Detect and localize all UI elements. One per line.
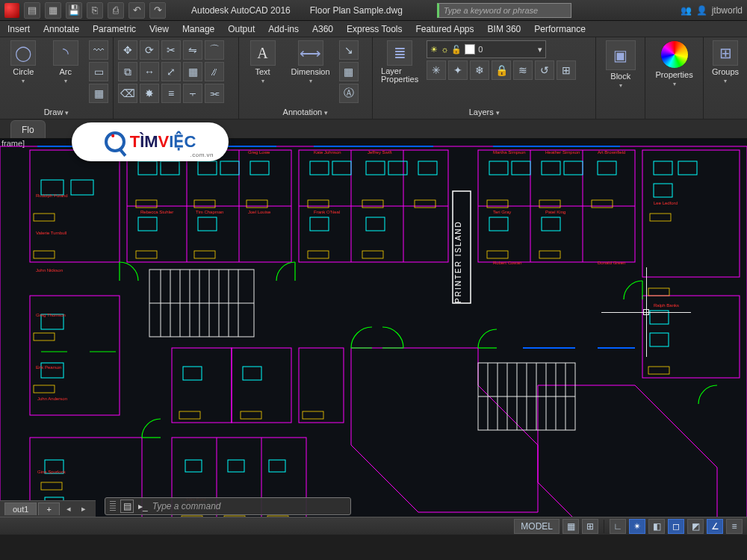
move-icon[interactable]: ✥ — [118, 40, 137, 60]
username-label[interactable]: jtbworld — [712, 5, 743, 16]
explode-icon[interactable]: ✸ — [140, 84, 159, 103]
layer-properties-button[interactable]: ≣ Layer Properties — [377, 40, 422, 84]
tab-insert[interactable]: Insert — [7, 24, 30, 34]
stretch-icon[interactable]: ↔ — [140, 62, 159, 81]
table-icon[interactable]: ▦ — [339, 62, 359, 81]
qat-saveas-icon[interactable]: ⎘ — [87, 2, 103, 19]
layer-prev-icon[interactable]: ↺ — [535, 60, 554, 80]
tab-featuredapps[interactable]: Featured Apps — [415, 24, 474, 34]
arc-button[interactable]: ◝Arc▾ — [47, 40, 85, 84]
svg-rect-112 — [487, 251, 508, 258]
groups-button[interactable]: ⊞Groups▾ — [708, 40, 743, 84]
svg-rect-73 — [489, 161, 508, 175]
layer-lock-icon[interactable]: 🔒 — [492, 60, 511, 80]
grid-toggle-icon[interactable]: ▦ — [562, 519, 579, 534]
array-icon[interactable]: ▦ — [183, 62, 202, 81]
tab-a360[interactable]: A360 — [312, 24, 333, 34]
circle-button[interactable]: ◯Circle▾ — [4, 40, 43, 84]
qat-plot-icon[interactable]: ⎙ — [108, 2, 124, 19]
svg-text:Kate Johnson: Kate Johnson — [314, 150, 341, 155]
layer-off-icon[interactable]: ✳ — [427, 60, 446, 80]
qat-open-icon[interactable]: ▦ — [45, 2, 61, 19]
lineweight-toggle-icon[interactable]: ≡ — [726, 519, 743, 534]
mirror-icon[interactable]: ⇋ — [183, 40, 202, 60]
rectangle-icon[interactable]: ▭ — [89, 62, 108, 81]
cmdline-recent-icon[interactable]: ▤ — [120, 500, 134, 513]
hatch-icon[interactable]: ▦ — [89, 84, 108, 103]
modelspace-button[interactable]: MODEL — [514, 519, 560, 534]
layer-dropdown[interactable]: ☀☼🔓 0 ▾ — [427, 40, 546, 58]
copy-icon[interactable]: ⧉ — [118, 62, 137, 81]
svg-text:Patel King: Patel King — [545, 210, 565, 214]
qat-new-icon[interactable]: ▤ — [24, 2, 40, 19]
align-icon[interactable]: ≡ — [161, 84, 181, 103]
signin-icon[interactable]: 👥 — [681, 5, 692, 16]
qat-save-icon[interactable]: 💾 — [66, 2, 82, 19]
dimension-button[interactable]: ⟷Dimension▾ — [287, 40, 335, 84]
trim-icon[interactable]: ✂ — [161, 40, 181, 60]
erase-icon[interactable]: ⌫ — [118, 84, 137, 103]
tab-output[interactable]: Output — [228, 24, 255, 34]
panel-block-title — [601, 105, 640, 119]
svg-text:Teri Gray: Teri Gray — [493, 210, 511, 214]
svg-rect-71 — [388, 161, 407, 175]
3dosnap-icon[interactable]: ◩ — [687, 519, 704, 534]
qat-undo-icon[interactable]: ↶ — [128, 2, 145, 19]
file-tab[interactable]: Flo — [10, 120, 46, 138]
layout-nav-left-icon[interactable]: ◂ — [61, 504, 76, 514]
otrack-toggle-icon[interactable]: ∠ — [707, 519, 723, 534]
panel-draw-title[interactable]: Draw — [44, 108, 69, 116]
command-line[interactable]: ▤ ▸_ Type a command — [105, 497, 351, 515]
scale-icon[interactable]: ⤢ — [161, 62, 181, 81]
properties-button[interactable]: Properties▾ — [651, 40, 698, 87]
layer-iso-icon[interactable]: ✦ — [448, 60, 468, 80]
app-logo-icon[interactable] — [4, 3, 19, 18]
leader-icon[interactable]: ↘ — [339, 40, 359, 60]
fillet-icon[interactable]: ⌒ — [205, 40, 224, 60]
grid-display-icon[interactable]: ⊞ — [582, 519, 598, 534]
cmdline-grip-icon[interactable] — [110, 501, 116, 511]
svg-rect-113 — [539, 251, 560, 258]
help-search-input[interactable]: Type a keyword or phrase — [437, 3, 571, 18]
panel-layers-title[interactable]: Layers — [469, 108, 500, 116]
svg-rect-75 — [542, 161, 560, 175]
tab-expresstools[interactable]: Express Tools — [347, 24, 402, 34]
svg-text:Ralph Banks: Ralph Banks — [654, 303, 679, 308]
tab-annotate[interactable]: Annotate — [43, 24, 79, 34]
text-button[interactable]: AText▾ — [244, 40, 282, 84]
tab-addins[interactable]: Add-ins — [268, 24, 299, 34]
qat-redo-icon[interactable]: ↷ — [149, 2, 166, 19]
svg-rect-63 — [138, 161, 157, 175]
layout-nav-right-icon[interactable]: ▸ — [76, 504, 91, 514]
panel-modify-title[interactable] — [118, 105, 234, 119]
panel-annotation-title[interactable]: Annotation — [283, 108, 329, 116]
break-icon[interactable]: ⫟ — [183, 84, 202, 103]
osnap-toggle-icon[interactable]: ◻ — [668, 519, 684, 534]
svg-rect-69 — [332, 161, 351, 175]
overlay-watermark: • TÌMVIỆC .com.vn — [72, 122, 229, 161]
rotate-icon[interactable]: ⟳ — [140, 40, 159, 60]
ortho-toggle-icon[interactable]: ∟ — [610, 519, 626, 534]
layer-states-icon[interactable]: ⊞ — [557, 60, 576, 80]
layout-tab[interactable]: out1 — [4, 503, 37, 515]
user-avatar-icon[interactable]: 👤 — [696, 5, 707, 16]
offset-icon[interactable]: ⫽ — [205, 62, 224, 81]
polar-toggle-icon[interactable]: ✴ — [629, 519, 645, 534]
layout-tab-add[interactable]: + — [38, 503, 59, 515]
layer-match-icon[interactable]: ≋ — [513, 60, 533, 80]
mtext-icon[interactable]: Ⓐ — [339, 84, 359, 103]
layer-freeze-icon[interactable]: ❄ — [470, 60, 489, 80]
isodraft-icon[interactable]: ◧ — [648, 519, 665, 534]
join-icon[interactable]: ⫘ — [205, 84, 224, 103]
polyline-icon[interactable]: 〰 — [89, 40, 108, 60]
tab-view[interactable]: View — [149, 24, 169, 34]
svg-text:Martha Simpson: Martha Simpson — [493, 150, 526, 155]
svg-rect-78 — [138, 217, 157, 231]
tab-performance[interactable]: Performance — [534, 24, 586, 34]
tab-manage[interactable]: Manage — [182, 24, 214, 34]
svg-rect-81 — [366, 217, 385, 231]
tab-bim360[interactable]: BIM 360 — [488, 24, 521, 34]
drawing-canvas[interactable]: frame] — [0, 139, 747, 535]
tab-parametric[interactable]: Parametric — [93, 24, 136, 34]
block-button[interactable]: ▣Block▾ — [601, 40, 640, 89]
